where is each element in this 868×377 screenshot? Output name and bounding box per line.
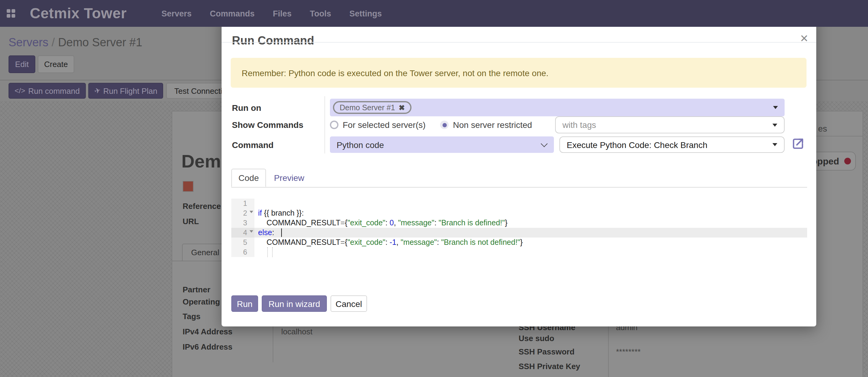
run-on-label: Run on	[232, 103, 261, 113]
field-label: SSH Private Key	[519, 362, 580, 371]
run-button[interactable]: Run	[231, 295, 258, 312]
code-line-2: if {{ branch }}:	[254, 208, 807, 218]
show-commands-options: For selected server(s)Non server restric…	[330, 116, 540, 134]
run-command-label: Run command	[28, 86, 80, 95]
code-icon: </>	[14, 86, 25, 95]
plane-icon: ✈	[93, 86, 101, 96]
nav-item-commands[interactable]: Commands	[210, 9, 255, 18]
field-label: SSH Password	[519, 347, 575, 356]
field-label: Use sudo	[519, 334, 554, 343]
run-flight-plan-label: Run Flight Plan	[103, 86, 157, 95]
run-button-label: Run	[237, 299, 252, 309]
fold-caret-icon[interactable]	[250, 211, 253, 213]
show-commands-label: Show Commands	[232, 120, 304, 130]
nav-item-files[interactable]: Files	[273, 9, 292, 18]
create-button-label: Create	[44, 60, 68, 69]
tabs-underline	[231, 187, 807, 187]
command-type-select[interactable]: Python code	[330, 137, 554, 153]
run-in-wizard-button[interactable]: Run in wizard	[262, 295, 327, 312]
with-tags-select[interactable]: with tags	[555, 116, 785, 134]
gutter-line-3: 3	[231, 218, 254, 228]
tag-remove-icon[interactable]: ✖	[399, 103, 405, 112]
create-button[interactable]: Create	[38, 55, 74, 73]
run-command-modal: Run Command ✕ Remember: Python code is e…	[222, 13, 816, 326]
code-editor[interactable]: 123456 if {{ branch }}: COMMAND_RESULT={…	[231, 199, 807, 257]
dropdown-caret-icon	[773, 106, 778, 109]
gutter-line-6: 6	[231, 247, 254, 257]
gutter-line-5: 5	[231, 237, 254, 247]
dropdown-caret-icon	[772, 143, 777, 146]
nav-item-settings[interactable]: Settings	[349, 9, 382, 18]
warning-alert-text: Remember: Python code is executed on the…	[242, 68, 549, 78]
run-flight-plan-button[interactable]: ✈ Run Flight Plan	[88, 83, 163, 99]
breadcrumb-separator: /	[52, 36, 55, 49]
apps-grid-icon[interactable]	[7, 9, 16, 18]
code-line-3: COMMAND_RESULT={"exit_code": 0, "message…	[254, 218, 807, 228]
top-navbar: Cetmix Tower ServersCommandsFilesToolsSe…	[0, 0, 868, 27]
run-on-field[interactable]: Demo Server #1 ✖	[330, 99, 785, 116]
command-select-value: Execute Python Code: Check Branch	[567, 140, 707, 149]
field-label: IPv6 Address	[183, 342, 232, 351]
field-label: Tags	[183, 312, 200, 321]
radio-option[interactable]: Non server restricted	[440, 120, 532, 130]
cancel-button-label: Cancel	[335, 299, 362, 309]
command-type-value: Python code	[337, 140, 384, 149]
app-brand[interactable]: Cetmix Tower	[30, 5, 127, 22]
with-tags-placeholder: with tags	[562, 120, 596, 130]
radio-option-label: For selected server(s)	[343, 120, 426, 130]
gutter-line-4: 4	[231, 228, 254, 237]
nav-item-servers[interactable]: Servers	[161, 9, 191, 18]
dropdown-caret-icon	[772, 123, 777, 126]
nav-item-tools[interactable]: Tools	[310, 9, 331, 18]
warning-alert: Remember: Python code is executed on the…	[231, 58, 807, 88]
cancel-button[interactable]: Cancel	[331, 295, 367, 312]
radio-option[interactable]: For selected server(s)	[330, 120, 426, 130]
external-link-icon[interactable]	[791, 137, 805, 150]
code-line-5: COMMAND_RESULT={"exit_code": -1, "messag…	[254, 237, 807, 247]
breadcrumb-current: Demo Server #1	[58, 36, 143, 49]
tab-preview[interactable]: Preview	[270, 169, 308, 187]
breadcrumb: Servers / Demo Server #1	[8, 36, 142, 49]
code-line-4: else:	[254, 228, 807, 237]
card-header-text-fragment: es	[818, 124, 827, 134]
chevron-down-icon	[541, 140, 548, 147]
radio-option-label: Non server restricted	[453, 120, 532, 130]
server-tag[interactable]: Demo Server #1 ✖	[333, 101, 411, 114]
field-label: Reference	[183, 202, 221, 211]
gutter-line-1: 1	[231, 199, 254, 208]
modal-header-divider	[222, 42, 816, 42]
code-line-6	[254, 247, 807, 257]
status-dot-icon	[844, 158, 851, 165]
editor-gutter: 123456	[231, 199, 254, 257]
server-tag-label: Demo Server #1	[340, 103, 395, 112]
main-menu: ServersCommandsFilesToolsSettings	[161, 9, 382, 18]
field-value: ********	[616, 347, 641, 356]
field-value: localhost	[281, 327, 313, 336]
run-command-button[interactable]: </> Run command	[8, 83, 86, 99]
breadcrumb-servers-link[interactable]: Servers	[8, 36, 49, 49]
text-cursor	[281, 228, 282, 237]
form-label-divider	[324, 96, 325, 153]
command-label: Command	[232, 140, 274, 150]
tab-code[interactable]: Code	[231, 169, 266, 187]
field-label: Partner	[183, 285, 210, 294]
field-label: IPv4 Address	[183, 327, 232, 336]
edit-button[interactable]: Edit	[8, 55, 35, 73]
run-in-wizard-label: Run in wizard	[269, 299, 320, 309]
code-line-1	[254, 199, 807, 208]
command-select[interactable]: Execute Python Code: Check Branch	[559, 137, 785, 153]
field-label: URL	[183, 217, 199, 226]
radio-selected-icon[interactable]	[440, 121, 448, 129]
tab-general-label: General	[191, 248, 219, 257]
gutter-line-2: 2	[231, 208, 254, 218]
modal-title: Run Command	[232, 34, 314, 48]
radio-unselected-icon[interactable]	[330, 121, 338, 129]
server-color-swatch[interactable]	[183, 181, 193, 192]
fold-caret-icon[interactable]	[250, 230, 253, 233]
edit-button-label: Edit	[15, 60, 29, 69]
